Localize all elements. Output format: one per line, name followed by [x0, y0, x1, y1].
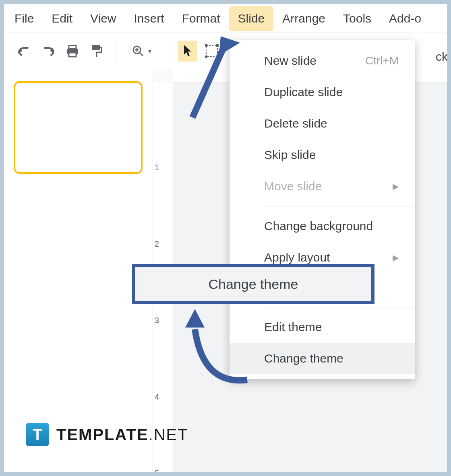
callout-text: Change theme: [208, 276, 298, 292]
menu-item-label: Edit theme: [264, 320, 322, 334]
menu-item-label: Change background: [264, 219, 373, 233]
callout-change-theme: Change theme: [132, 264, 374, 304]
menu-format[interactable]: Format: [173, 6, 229, 31]
background-button-cutoff: ck: [436, 50, 447, 64]
svg-rect-3: [92, 45, 100, 50]
toolbar-separator: [168, 41, 168, 62]
submenu-arrow-icon: ▶: [393, 253, 399, 262]
watermark: T TEMPLATE.NET: [26, 423, 188, 446]
undo-button[interactable]: [14, 41, 34, 62]
menu-item-change-background[interactable]: Change background: [230, 210, 415, 242]
menu-item-duplicate-slide[interactable]: Duplicate slide: [230, 76, 415, 108]
app-frame: File Edit View Insert Format Slide Arran…: [4, 4, 447, 472]
slide-panel: [4, 69, 153, 472]
menu-item-label: Delete slide: [264, 117, 327, 130]
print-button[interactable]: [63, 41, 82, 62]
slide-thumbnail[interactable]: [14, 81, 143, 174]
menu-item-label: Duplicate slide: [264, 85, 343, 99]
svg-line-5: [140, 53, 143, 56]
menu-item-label: New slide: [264, 54, 317, 68]
menu-shortcut: Ctrl+M: [365, 54, 399, 67]
zoom-caret-icon: ▼: [147, 48, 153, 54]
svg-rect-2: [69, 53, 76, 57]
svg-rect-0: [69, 45, 76, 49]
menu-arrange[interactable]: Arrange: [273, 6, 334, 31]
menu-item-label: Change theme: [264, 352, 343, 365]
watermark-text: TEMPLATE.NET: [56, 426, 188, 444]
watermark-logo-icon: T: [26, 423, 49, 446]
menu-edit[interactable]: Edit: [43, 6, 81, 31]
annotation-arrow-to-change-theme: [175, 305, 263, 395]
menu-item-new-slide[interactable]: New slide Ctrl+M: [230, 45, 415, 76]
menu-file[interactable]: File: [6, 6, 43, 31]
ruler-label: 1: [155, 163, 159, 172]
menu-tools[interactable]: Tools: [334, 6, 380, 31]
paint-format-button[interactable]: [87, 41, 106, 62]
menubar: File Edit View Insert Format Slide Arran…: [4, 4, 447, 33]
menu-view[interactable]: View: [81, 6, 125, 31]
menu-insert[interactable]: Insert: [125, 6, 173, 31]
menu-separator: [264, 206, 415, 206]
menu-separator: [264, 307, 415, 307]
menu-item-delete-slide[interactable]: Delete slide: [230, 108, 415, 139]
menu-item-label: Skip slide: [264, 148, 316, 162]
menu-item-label: Apply layout: [264, 251, 330, 264]
menu-item-skip-slide[interactable]: Skip slide: [230, 139, 415, 171]
menu-item-label: Move slide: [264, 179, 322, 193]
toolbar-separator: [116, 41, 116, 62]
submenu-arrow-icon: ▶: [393, 181, 399, 191]
annotation-arrow-to-slide-menu: [180, 33, 245, 123]
menu-item-move-slide: Move slide ▶: [230, 171, 415, 202]
ruler-label: 5: [155, 469, 159, 472]
redo-button[interactable]: [39, 41, 58, 62]
menu-slide[interactable]: Slide: [229, 6, 274, 31]
ruler-label: 3: [155, 316, 159, 325]
zoom-button[interactable]: ▼: [126, 41, 158, 62]
watermark-brand: TEMPLATE: [56, 426, 149, 443]
ruler-label: 2: [155, 239, 159, 249]
watermark-suffix: .NET: [149, 426, 188, 443]
ruler-label: 4: [155, 392, 159, 402]
menu-addons[interactable]: Add-o: [380, 6, 430, 31]
